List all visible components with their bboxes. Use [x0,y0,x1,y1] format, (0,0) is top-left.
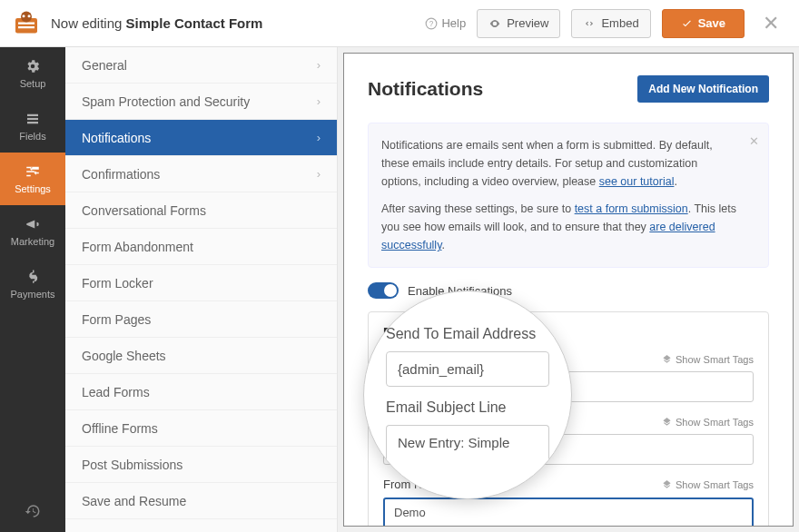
rail-settings[interactable]: Settings [0,153,65,205]
sub-abandonment[interactable]: Form Abandonment [65,229,337,265]
send-to-input[interactable] [383,371,754,402]
from-name-label: From Name? [383,478,462,492]
enable-label: Enable Notifications [408,284,512,298]
card-title: Default Notification [383,325,754,340]
settings-submenu: General› Spam Protection and Security› N… [65,47,338,532]
sub-locker[interactable]: Form Locker [65,265,337,301]
smart-tags-subject[interactable]: Show Smart Tags [662,417,754,428]
panel-title: Notifications [368,78,483,100]
wpforms-logo [13,10,40,37]
sub-offline[interactable]: Offline Forms [65,410,337,447]
rail-history[interactable] [0,490,65,532]
smart-tags-fromname[interactable]: Show Smart Tags [662,479,754,490]
dismiss-icon[interactable]: ✕ [749,133,759,152]
svg-rect-1 [18,22,35,24]
sub-save-resume[interactable]: Save and Resume [65,483,337,519]
rail-payments[interactable]: Payments [0,258,65,310]
sub-confirmations[interactable]: Confirmations› [65,156,337,192]
svg-text:?: ? [429,19,434,27]
save-button[interactable]: Save [662,9,745,38]
subject-label: Email Subject Line [383,415,481,429]
svg-point-4 [23,15,25,17]
svg-point-5 [28,15,31,17]
left-rail: Setup Fields Settings Marketing Payments [0,47,65,532]
svg-rect-10 [27,122,38,123]
tutorial-link[interactable]: see our tutorial [599,175,675,188]
smart-tags-sendto[interactable]: Show Smart Tags [662,354,754,365]
svg-rect-8 [27,114,38,116]
rail-setup[interactable]: Setup [0,47,65,100]
sub-lead[interactable]: Lead Forms [65,374,337,410]
help-link[interactable]: ? Help [425,16,466,30]
rail-marketing[interactable]: Marketing [0,205,65,258]
sub-pages[interactable]: Form Pages [65,301,337,338]
sub-spam[interactable]: Spam Protection and Security› [65,84,337,120]
from-name-input[interactable] [383,498,754,527]
sub-notifications[interactable]: Notifications› [65,120,337,156]
enable-notifications-toggle[interactable] [368,282,399,299]
svg-rect-9 [27,118,38,120]
subject-input[interactable] [383,434,754,465]
svg-rect-2 [18,26,35,28]
default-notification-card: Default Notification Send To Email Addre… [368,311,769,527]
embed-button[interactable]: Embed [571,9,650,38]
sub-sheets[interactable]: Google Sheets [65,338,337,374]
preview-button[interactable]: Preview [477,9,560,38]
rail-fields[interactable]: Fields [0,100,65,153]
test-submission-link[interactable]: test a form submission [575,202,688,215]
sub-post[interactable]: Post Submissions [65,447,337,483]
now-editing: Now editing Simple Contact Form [51,15,262,31]
close-icon[interactable]: ✕ [755,12,786,35]
info-box: ✕ Notifications are emails sent when a f… [368,123,769,268]
sub-general[interactable]: General› [65,47,337,84]
sub-conversational[interactable]: Conversational Forms [65,192,337,229]
add-new-notification-button[interactable]: Add New Notification [637,75,769,103]
send-to-label: Send To Email Address [383,352,505,366]
notifications-panel: Notifications Add New Notification ✕ Not… [343,53,794,527]
